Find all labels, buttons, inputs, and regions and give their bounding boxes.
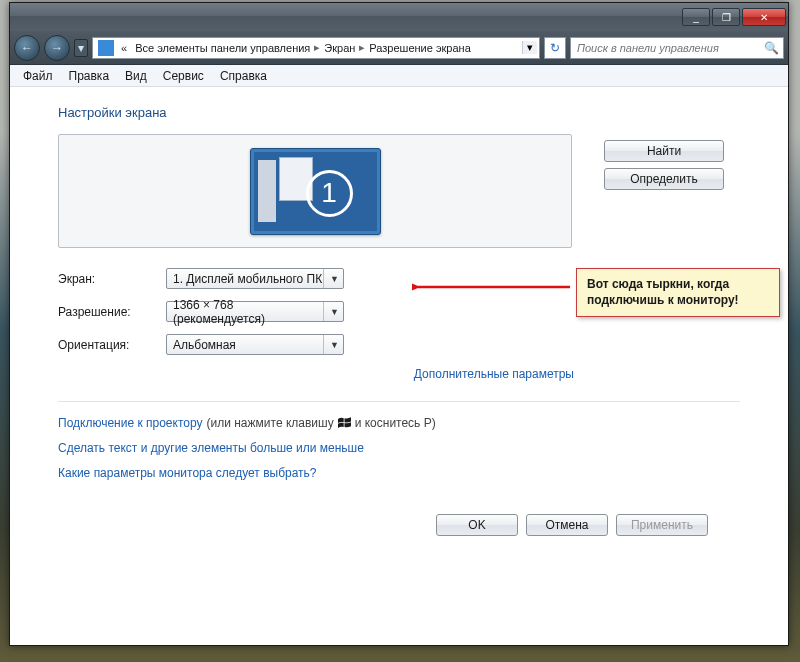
titlebar: _ ❐ ✕ bbox=[10, 3, 788, 31]
search-icon[interactable]: 🔍 bbox=[764, 41, 779, 55]
projector-hint-b: и коснитесь P) bbox=[355, 416, 436, 430]
apply-button[interactable]: Применить bbox=[616, 514, 708, 536]
menu-view[interactable]: Вид bbox=[118, 67, 154, 85]
menubar: Файл Правка Вид Сервис Справка bbox=[10, 65, 788, 87]
monitor-thumbnail[interactable]: 1 bbox=[250, 148, 381, 235]
minimize-button[interactable]: _ bbox=[682, 8, 710, 26]
breadcrumb-item[interactable]: Экран bbox=[320, 42, 359, 54]
maximize-button[interactable]: ❐ bbox=[712, 8, 740, 26]
orientation-label: Ориентация: bbox=[58, 338, 166, 352]
close-button[interactable]: ✕ bbox=[742, 8, 786, 26]
breadcrumb-item[interactable]: Разрешение экрана bbox=[365, 42, 474, 54]
projector-hint-a: (или нажмите клавишу bbox=[207, 416, 334, 430]
screen-label: Экран: bbox=[58, 272, 166, 286]
resolution-label: Разрешение: bbox=[58, 305, 166, 319]
menu-file[interactable]: Файл bbox=[16, 67, 60, 85]
breadcrumb[interactable]: « Все элементы панели управления▸ Экран▸… bbox=[92, 37, 540, 59]
search-box[interactable]: 🔍 bbox=[570, 37, 784, 59]
page-title: Настройки экрана bbox=[58, 105, 740, 120]
annotation-callout: Вот сюда тыркни, когдаподключишь к монит… bbox=[576, 268, 780, 317]
chevron-down-icon: ▼ bbox=[323, 302, 339, 321]
content-area: Настройки экрана 1 Найти Определить Экра… bbox=[10, 87, 788, 645]
find-button[interactable]: Найти bbox=[604, 140, 724, 162]
refresh-button[interactable]: ↻ bbox=[544, 37, 566, 59]
chevron-down-icon: ▼ bbox=[323, 335, 339, 354]
screen-combo-value: 1. Дисплей мобильного ПК bbox=[173, 272, 322, 286]
breadcrumb-item[interactable]: Все элементы панели управления bbox=[131, 42, 314, 54]
detect-button[interactable]: Определить bbox=[604, 168, 724, 190]
display-number-badge: 1 bbox=[306, 170, 353, 217]
address-dropdown[interactable]: ▾ bbox=[522, 41, 537, 54]
menu-tools[interactable]: Сервис bbox=[156, 67, 211, 85]
nav-back-button[interactable]: ← bbox=[14, 35, 40, 61]
menu-edit[interactable]: Правка bbox=[62, 67, 117, 85]
projector-link[interactable]: Подключение к проектору bbox=[58, 416, 203, 430]
navbar: ← → ▾ « Все элементы панели управления▸ … bbox=[10, 31, 788, 65]
dialog-buttons: OK Отмена Применить bbox=[58, 514, 740, 536]
taskbar-mock bbox=[258, 160, 276, 222]
help-links: Подключение к проектору (или нажмите кла… bbox=[58, 416, 740, 480]
textsize-link[interactable]: Сделать текст и другие элементы больше и… bbox=[58, 441, 364, 455]
control-panel-icon bbox=[98, 40, 114, 56]
advanced-settings-link[interactable]: Дополнительные параметры bbox=[414, 367, 574, 381]
breadcrumb-prefix: « bbox=[117, 42, 131, 54]
monitor-preview-area[interactable]: 1 bbox=[58, 134, 572, 248]
menu-help[interactable]: Справка bbox=[213, 67, 274, 85]
search-input[interactable] bbox=[575, 41, 764, 55]
separator bbox=[58, 401, 740, 402]
orientation-combo[interactable]: Альбомная ▼ bbox=[166, 334, 344, 355]
resolution-combo[interactable]: 1366 × 768 (рекомендуется) ▼ bbox=[166, 301, 344, 322]
orientation-combo-value: Альбомная bbox=[173, 338, 236, 352]
resolution-combo-value: 1366 × 768 (рекомендуется) bbox=[173, 298, 323, 326]
ok-button[interactable]: OK bbox=[436, 514, 518, 536]
chevron-down-icon: ▼ bbox=[323, 269, 339, 288]
windows-key-icon bbox=[338, 417, 351, 429]
nav-history-dropdown[interactable]: ▾ bbox=[74, 39, 88, 57]
nav-forward-button[interactable]: → bbox=[44, 35, 70, 61]
monitor-params-link[interactable]: Какие параметры монитора следует выбрать… bbox=[58, 466, 317, 480]
annotation-arrow bbox=[412, 279, 572, 295]
display-settings-window: _ ❐ ✕ ← → ▾ « Все элементы панели управл… bbox=[9, 2, 789, 646]
cancel-button[interactable]: Отмена bbox=[526, 514, 608, 536]
screen-combo[interactable]: 1. Дисплей мобильного ПК ▼ bbox=[166, 268, 344, 289]
